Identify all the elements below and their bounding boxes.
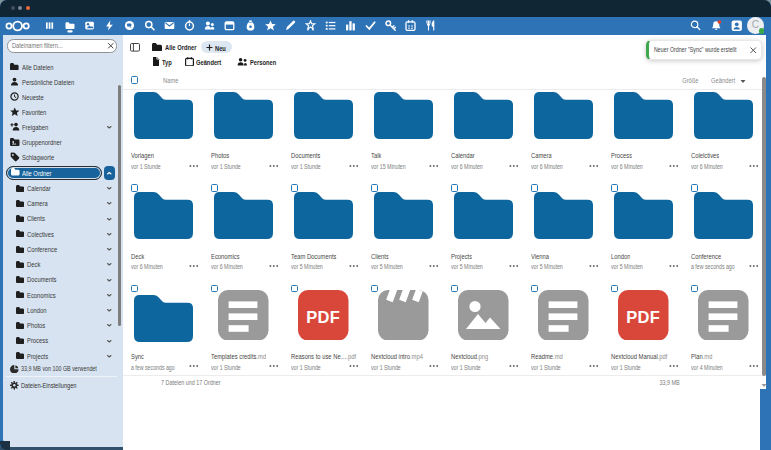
svg-text:PDF: PDF xyxy=(306,307,340,325)
svg-text:PDF: PDF xyxy=(626,307,660,325)
